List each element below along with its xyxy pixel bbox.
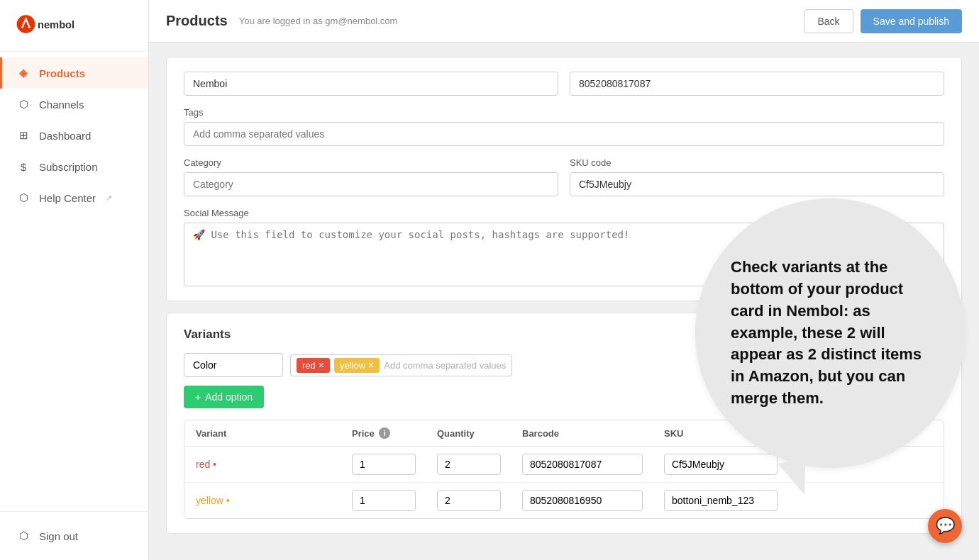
sidebar-label-subscription: Subscription bbox=[39, 161, 98, 173]
logo: nembol bbox=[0, 0, 148, 52]
sidebar-label-products: Products bbox=[39, 67, 85, 79]
back-button[interactable]: Back bbox=[804, 9, 853, 33]
sign-out-section: ⬡ Sign out bbox=[0, 511, 148, 560]
content-area: Check variants at the bottom of your pro… bbox=[149, 43, 979, 560]
sidebar-item-channels[interactable]: ⬡ Channels bbox=[0, 89, 148, 120]
quantity-cell-yellow bbox=[437, 490, 522, 511]
tags-group: Tags bbox=[184, 107, 944, 146]
sidebar-label-channels: Channels bbox=[39, 99, 84, 111]
sign-out-button[interactable]: ⬡ Sign out bbox=[14, 520, 134, 551]
price-input-red[interactable] bbox=[352, 454, 416, 475]
speech-bubble: Check variants at the bottom of your pro… bbox=[695, 198, 965, 468]
col-variant-label: Variant bbox=[196, 428, 226, 439]
header-variant: Variant bbox=[196, 427, 352, 439]
sidebar-item-products[interactable]: ◈ Products bbox=[0, 57, 148, 89]
sidebar-nav: ◈ Products ⬡ Channels ⊞ Dashboard $ Subs… bbox=[0, 52, 148, 511]
tags-input[interactable] bbox=[184, 122, 944, 146]
speech-bubble-text: Check variants at the bottom of your pro… bbox=[731, 257, 929, 410]
sign-out-label: Sign out bbox=[39, 530, 78, 542]
quantity-cell-red bbox=[437, 454, 522, 475]
header-price: Price i bbox=[352, 427, 437, 439]
chat-button[interactable]: 💬 bbox=[928, 509, 962, 543]
plus-icon: + bbox=[195, 391, 201, 403]
col-barcode-label: Barcode bbox=[522, 428, 559, 439]
svg-text:nembol: nembol bbox=[38, 19, 74, 30]
page-title: Products bbox=[166, 13, 228, 29]
sidebar-item-dashboard[interactable]: ⊞ Dashboard bbox=[0, 120, 148, 151]
sku-cell-red bbox=[664, 454, 792, 475]
top-inputs-row bbox=[184, 72, 944, 96]
price-info-icon[interactable]: i bbox=[379, 427, 390, 439]
quantity-input-yellow[interactable] bbox=[437, 490, 501, 511]
sku-cell-yellow bbox=[664, 490, 792, 511]
grid-icon: ⊞ bbox=[16, 128, 31, 142]
sidebar: nembol ◈ Products ⬡ Channels ⊞ Dashboard… bbox=[0, 0, 149, 560]
tag-yellow-label: yellow bbox=[340, 360, 365, 371]
main-area: Products You are logged in as gm@nembol.… bbox=[149, 0, 979, 560]
signout-icon: ⬡ bbox=[16, 529, 31, 543]
header-barcode: Barcode bbox=[522, 427, 664, 439]
left-input-group bbox=[184, 72, 558, 96]
variant-yellow-label: yellow • bbox=[196, 495, 230, 506]
sidebar-label-help: Help Center bbox=[39, 192, 96, 204]
category-input[interactable] bbox=[184, 172, 558, 196]
sku-input-red[interactable] bbox=[664, 454, 778, 475]
sku-input[interactable] bbox=[570, 172, 944, 196]
tag-yellow-close[interactable]: × bbox=[368, 360, 374, 370]
sidebar-item-help[interactable]: ⬡ Help Center ↗ bbox=[0, 182, 148, 213]
save-publish-button[interactable]: Save and publish bbox=[861, 9, 962, 33]
table-row: yellow • bbox=[184, 483, 944, 518]
tag-input-placeholder: Add comma separated values bbox=[384, 360, 506, 371]
col-sku-label: SKU bbox=[664, 428, 683, 439]
variant-cell-red: red • bbox=[196, 458, 352, 471]
category-sku-row: Category SKU code bbox=[184, 157, 944, 196]
external-link-icon: ↗ bbox=[106, 194, 112, 203]
add-option-label: Add option bbox=[205, 391, 253, 403]
tag-red: red × bbox=[297, 358, 330, 373]
category-label: Category bbox=[184, 157, 558, 168]
price-input-yellow[interactable] bbox=[352, 490, 416, 511]
user-email: You are logged in as gm@nembol.com bbox=[239, 16, 398, 26]
tags-label: Tags bbox=[184, 107, 944, 118]
price-cell-red bbox=[352, 454, 437, 475]
right-input-group bbox=[570, 72, 944, 96]
tag-red-label: red bbox=[302, 360, 316, 371]
help-icon: ⬡ bbox=[16, 191, 31, 205]
sku-label: SKU code bbox=[570, 157, 944, 168]
barcode-input[interactable] bbox=[570, 72, 944, 96]
price-cell-yellow bbox=[352, 490, 437, 511]
sidebar-item-subscription[interactable]: $ Subscription bbox=[0, 151, 148, 182]
product-name-input[interactable] bbox=[184, 72, 558, 96]
add-option-button[interactable]: + Add option bbox=[184, 386, 264, 408]
tag-red-close[interactable]: × bbox=[319, 360, 324, 370]
col-price-label: Price bbox=[352, 428, 375, 439]
category-group: Category bbox=[184, 157, 558, 196]
col-quantity-label: Quantity bbox=[437, 428, 475, 439]
sku-input-yellow[interactable] bbox=[664, 490, 778, 511]
chat-icon: 💬 bbox=[936, 517, 955, 535]
tag-input-area[interactable]: red × yellow × Add comma separated value… bbox=[290, 354, 512, 376]
share-icon: ⬡ bbox=[16, 97, 31, 111]
diamond-icon: ◈ bbox=[16, 66, 31, 80]
dollar-icon: $ bbox=[16, 159, 31, 174]
barcode-cell-yellow bbox=[522, 490, 664, 511]
header-quantity: Quantity bbox=[437, 427, 522, 439]
variant-name-input[interactable] bbox=[184, 353, 283, 377]
variant-cell-yellow: yellow • bbox=[196, 494, 352, 507]
barcode-cell-red bbox=[522, 454, 664, 475]
barcode-input-yellow[interactable] bbox=[522, 490, 643, 511]
topbar: Products You are logged in as gm@nembol.… bbox=[149, 0, 979, 43]
topbar-left: Products You are logged in as gm@nembol.… bbox=[166, 13, 397, 29]
tag-yellow: yellow × bbox=[334, 358, 380, 373]
topbar-right: Back Save and publish bbox=[804, 9, 962, 33]
variant-red-label: red • bbox=[196, 459, 216, 470]
sku-group: SKU code bbox=[570, 157, 944, 196]
sidebar-label-dashboard: Dashboard bbox=[39, 130, 91, 142]
quantity-input-red[interactable] bbox=[437, 454, 501, 475]
barcode-input-red[interactable] bbox=[522, 454, 643, 475]
